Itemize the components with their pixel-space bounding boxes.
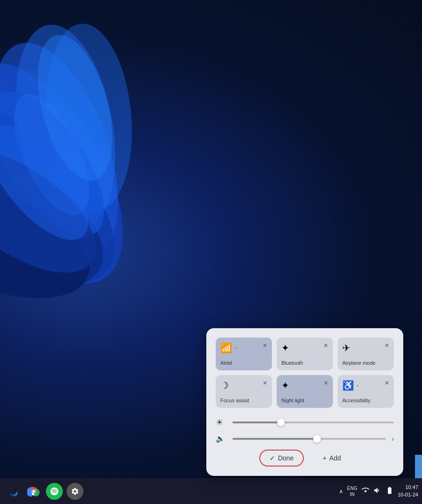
language-region: IN xyxy=(347,491,357,497)
focus-tile-top: ☽ ✕ xyxy=(220,380,267,391)
language-indicator[interactable]: ENG IN xyxy=(347,485,357,497)
airplane-pin-icon[interactable]: ✕ xyxy=(384,342,389,349)
quick-settings-grid: 📶 › ✕ Airtel ✦ ✕ Bluetooth ✈ ✕ Airplane … xyxy=(216,338,394,408)
edge-taskbar-icon[interactable] xyxy=(4,482,23,501)
accessibility-arrow[interactable]: › xyxy=(357,383,359,388)
airplane-label: Airplane mode xyxy=(342,360,389,366)
volume-slider-row: 🔈 › xyxy=(216,434,394,443)
blue-accent-rect xyxy=(415,455,422,478)
volume-track[interactable] xyxy=(233,438,386,440)
taskbar-apps xyxy=(4,482,84,501)
accessibility-icon-row: ♿ › xyxy=(342,380,359,391)
night-light-icon: ✦ xyxy=(281,380,289,391)
brightness-track[interactable] xyxy=(233,421,394,423)
add-label: Add xyxy=(329,454,341,462)
spotify-taskbar-icon[interactable] xyxy=(45,482,64,501)
volume-icon: 🔈 xyxy=(216,434,227,443)
accessibility-pin-icon[interactable]: ✕ xyxy=(384,380,389,386)
clock[interactable]: 10:47 10-01-24 xyxy=(398,484,418,498)
bluetooth-label: Bluetooth xyxy=(281,360,328,366)
clock-date: 10-01-24 xyxy=(398,491,418,498)
svg-point-14 xyxy=(32,490,35,492)
focus-label: Focus assist xyxy=(220,398,267,403)
settings-taskbar-icon[interactable] xyxy=(66,482,84,501)
bluetooth-tile[interactable]: ✦ ✕ Bluetooth xyxy=(277,338,333,370)
volume-expand-arrow[interactable]: › xyxy=(392,435,394,443)
focus-assist-tile[interactable]: ☽ ✕ Focus assist xyxy=(216,375,272,408)
quick-settings-bottom: ✓ Done + Add xyxy=(216,450,394,466)
airplane-tile-top: ✈ ✕ xyxy=(342,342,389,354)
chrome-taskbar-icon[interactable] xyxy=(24,482,43,501)
add-plus-icon: + xyxy=(323,454,326,462)
volume-fill xyxy=(233,438,317,440)
volume-thumb xyxy=(313,435,321,443)
accessibility-icon: ♿ xyxy=(342,380,354,391)
wifi-tile[interactable]: 📶 › ✕ Airtel xyxy=(216,338,272,370)
wifi-tile-top: 📶 › ✕ xyxy=(220,342,267,354)
done-label: Done xyxy=(278,454,294,462)
airplane-icon: ✈ xyxy=(342,342,350,354)
bluetooth-tile-top: ✦ ✕ xyxy=(281,342,328,354)
focus-pin-icon[interactable]: ✕ xyxy=(263,380,267,386)
battery-tray-icon[interactable] xyxy=(385,486,394,496)
accessibility-tile-top: ♿ › ✕ xyxy=(342,380,389,391)
brightness-icon: ☀ xyxy=(216,417,227,428)
system-tray: ∧ ENG IN 10:47 10-01-24 xyxy=(339,484,418,498)
tray-expand-button[interactable]: ∧ xyxy=(339,488,343,495)
brightness-fill xyxy=(233,421,281,423)
settings-gear-icon xyxy=(67,483,83,500)
wifi-icon: 📶 xyxy=(220,342,232,354)
accessibility-tile[interactable]: ♿ › ✕ Accessibility xyxy=(338,375,394,408)
accessibility-label: Accessibility xyxy=(342,398,389,403)
focus-icon: ☽ xyxy=(220,380,229,391)
bluetooth-pin-icon[interactable]: ✕ xyxy=(324,342,328,349)
brightness-slider-row: ☀ xyxy=(216,417,394,428)
spotify-logo xyxy=(46,483,63,500)
done-check-icon: ✓ xyxy=(270,454,275,462)
wifi-label: Airtel xyxy=(220,360,267,366)
night-light-tile[interactable]: ✦ ✕ Night light xyxy=(277,375,333,408)
night-light-label: Night light xyxy=(281,398,328,403)
wifi-arrow[interactable]: › xyxy=(235,345,237,351)
wifi-tray-icon[interactable] xyxy=(361,486,369,496)
wifi-pin-icon[interactable]: ✕ xyxy=(263,342,267,349)
taskbar: ∧ ENG IN 10:47 10-01-24 xyxy=(0,478,422,504)
night-light-tile-top: ✦ ✕ xyxy=(281,380,328,391)
done-button[interactable]: ✓ Done xyxy=(259,450,304,466)
quick-settings-panel: 📶 › ✕ Airtel ✦ ✕ Bluetooth ✈ ✕ Airplane … xyxy=(206,328,403,476)
add-button[interactable]: + Add xyxy=(313,450,350,466)
brightness-thumb xyxy=(277,419,285,426)
bluetooth-icon: ✦ xyxy=(281,342,289,354)
wifi-icon-row: 📶 › xyxy=(220,342,237,354)
volume-tray-icon[interactable] xyxy=(373,486,382,496)
clock-time: 10:47 xyxy=(398,484,418,491)
language-code: ENG xyxy=(347,485,357,491)
airplane-tile[interactable]: ✈ ✕ Airplane mode xyxy=(338,338,394,370)
night-light-pin-icon[interactable]: ✕ xyxy=(324,380,328,386)
